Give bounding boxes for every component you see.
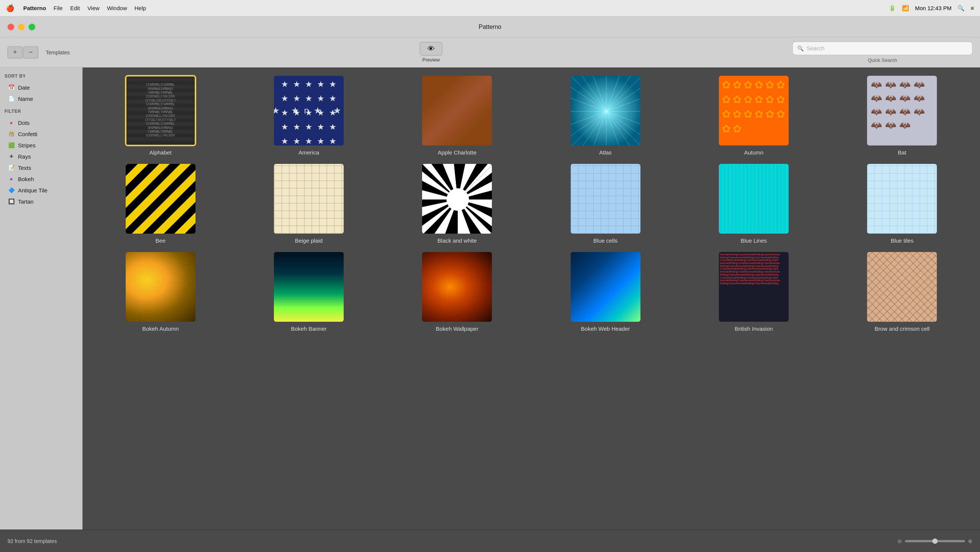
- close-button[interactable]: [8, 24, 14, 30]
- pattern-label-beige-plaid: Beige plaid: [295, 237, 323, 244]
- minimize-button[interactable]: [18, 24, 25, 30]
- sidebar-item-rays[interactable]: ☀ Rays: [5, 151, 78, 162]
- menu-file[interactable]: File: [54, 5, 63, 11]
- pattern-thumb-alphabet: STAMPMRLSTAMPMRLOHVMNH&SVMNH&SYVMPWNLYVM…: [125, 75, 196, 146]
- pattern-item-atlas[interactable]: Atlas: [535, 75, 676, 155]
- sidebar-item-name[interactable]: 📄 Name: [5, 93, 78, 104]
- system-icon-wifi: 📶: [902, 5, 909, 12]
- zoom-slider[interactable]: [905, 540, 965, 542]
- search-icon: 🔍: [797, 45, 803, 51]
- preview-button[interactable]: 👁 Preview: [420, 42, 442, 63]
- quick-search-label: Quick Search: [868, 57, 897, 63]
- name-icon: 📄: [8, 95, 15, 102]
- main-area: SORT BY 📅 Date 📄 Name FILTER ● Dots 🎊 Co…: [0, 68, 980, 530]
- sidebar-item-bokeh-label: Bokeh: [18, 176, 34, 182]
- pattern-label-blue-cells: Blue cells: [593, 237, 617, 244]
- zoom-in-icon[interactable]: ⊕: [968, 538, 972, 544]
- zoom-control: ⊖ ⊕: [897, 538, 972, 544]
- pattern-grid-container: STAMPMRLSTAMPMRLOHVMNH&SVMNH&SYVMPWNLYVM…: [83, 68, 980, 530]
- pattern-thumb-bokeh-wallpaper: [422, 251, 493, 322]
- pattern-label-america: America: [298, 149, 319, 155]
- sidebar-item-date[interactable]: 📅 Date: [5, 82, 78, 93]
- pattern-item-alphabet[interactable]: STAMPMRLSTAMPMRLOHVMNH&SVMNH&SYVMPWNLYVM…: [90, 75, 231, 155]
- pattern-item-bokeh-autumn[interactable]: Bokeh Autumn: [90, 251, 231, 332]
- sidebar: SORT BY 📅 Date 📄 Name FILTER ● Dots 🎊 Co…: [0, 68, 83, 530]
- control-center-icon[interactable]: ≡: [970, 5, 974, 11]
- pattern-item-black-and-white[interactable]: Black and white: [387, 163, 528, 244]
- pattern-thumb-beige-plaid: [273, 163, 344, 235]
- sidebar-item-dots[interactable]: ● Dots: [5, 117, 78, 128]
- add-remove-buttons: + −: [8, 46, 38, 59]
- pattern-item-blue-cells[interactable]: Blue cells: [535, 163, 676, 244]
- pattern-label-autumn: Autumn: [744, 149, 764, 155]
- pattern-label-alphabet: Alphabet: [150, 149, 172, 155]
- pattern-item-bokeh-wallpaper[interactable]: Bokeh Wallpaper: [387, 251, 528, 332]
- search-menubar-icon[interactable]: 🔍: [958, 5, 965, 12]
- rays-icon: ☀: [8, 152, 15, 160]
- pattern-thumb-autumn: ✿✿✿✿✿ ✿✿✿✿✿ ✿✿✿✿✿ ✿✿✿✿✿: [718, 75, 789, 146]
- pattern-item-autumn[interactable]: ✿✿✿✿✿ ✿✿✿✿✿ ✿✿✿✿✿ ✿✿✿✿✿ Autumn: [683, 75, 824, 155]
- sidebar-item-bokeh[interactable]: ● Bokeh: [5, 173, 78, 184]
- sidebar-item-texts[interactable]: 📝 Texts: [5, 162, 78, 173]
- search-input[interactable]: Search: [807, 45, 967, 51]
- statusbar: 92 from 92 templates ⊖ ⊕: [0, 530, 980, 552]
- pattern-label-bokeh-wallpaper: Bokeh Wallpaper: [436, 325, 478, 332]
- sidebar-item-texts-label: Texts: [18, 165, 31, 171]
- zoom-out-icon[interactable]: ⊖: [897, 538, 902, 544]
- menubar: 🍎 Patterno File Edit View Window Help 🔋 …: [0, 0, 980, 16]
- titlebar: Patterno: [0, 16, 980, 38]
- sidebar-item-antique-tile-label: Antique Tile: [18, 187, 47, 194]
- menu-edit[interactable]: Edit: [70, 5, 80, 11]
- pattern-label-bokeh-web-header: Bokeh Web Header: [581, 325, 630, 332]
- pattern-grid: STAMPMRLSTAMPMRLOHVMNH&SVMNH&SYVMPWNLYVM…: [90, 75, 972, 332]
- maximize-button[interactable]: [29, 24, 35, 30]
- pattern-label-blue-lines: Blue Lines: [741, 237, 767, 244]
- pattern-thumb-bokeh-banner: [273, 251, 344, 322]
- pattern-item-blue-tiles[interactable]: Blue tiles: [832, 163, 972, 244]
- pattern-thumb-america: ★★★★★ ★★★★★ ★★★★★ ★★★★★ ★★★★★ ★★★★★: [273, 75, 344, 146]
- pattern-thumb-bee: [125, 163, 196, 235]
- date-icon: 📅: [8, 84, 15, 91]
- status-count: 92 from 92 templates: [8, 538, 57, 544]
- pattern-item-blue-lines[interactable]: Blue Lines: [683, 163, 824, 244]
- apple-menu[interactable]: 🍎: [6, 4, 14, 13]
- pattern-item-brow-crimson[interactable]: Brow and crimson cell: [832, 251, 972, 332]
- sidebar-item-confetti[interactable]: 🎊 Confetti: [5, 128, 78, 140]
- pattern-thumb-black-and-white: [422, 163, 493, 235]
- search-box[interactable]: 🔍 Search: [792, 41, 972, 55]
- menu-app-name[interactable]: Patterno: [23, 5, 46, 11]
- pattern-thumb-blue-cells: [570, 163, 641, 235]
- pattern-label-british-invasion: British Invasion: [735, 325, 773, 332]
- pattern-thumb-british-invasion: AnimalsRollingCreamAnimalsRollingCreamAn…: [718, 251, 789, 322]
- system-icon-battery: 🔋: [889, 5, 896, 12]
- menu-view[interactable]: View: [88, 5, 99, 11]
- pattern-label-blue-tiles: Blue tiles: [891, 237, 913, 244]
- sidebar-item-antique-tile[interactable]: 🔷 Antique Tile: [5, 184, 78, 196]
- sort-by-title: SORT BY: [5, 73, 78, 79]
- menu-window[interactable]: Window: [107, 5, 127, 11]
- stripes-icon: 🟩: [8, 141, 15, 149]
- menu-help[interactable]: Help: [134, 5, 146, 11]
- templates-label: Templates: [46, 49, 70, 56]
- add-template-button[interactable]: +: [8, 46, 22, 59]
- remove-template-button[interactable]: −: [23, 46, 38, 59]
- pattern-item-apple-charlotte[interactable]: Apple Charlotte: [387, 75, 528, 155]
- confetti-icon: 🎊: [8, 130, 15, 138]
- pattern-label-black-and-white: Black and white: [438, 237, 477, 244]
- svg-point-26: [447, 188, 469, 211]
- pattern-item-british-invasion[interactable]: AnimalsRollingCreamAnimalsRollingCreamAn…: [683, 251, 824, 332]
- pattern-item-america[interactable]: ★★★★★ ★★★★★ ★★★★★ ★★★★★ ★★★★★ ★★★★★ Amer…: [238, 75, 379, 155]
- pattern-item-beige-plaid[interactable]: Beige plaid: [238, 163, 379, 244]
- pattern-item-bokeh-web-header[interactable]: Bokeh Web Header: [535, 251, 676, 332]
- toolbar: + − Templates 👁 Preview 🔍 Search Quick S…: [0, 38, 980, 68]
- window-controls: [8, 24, 35, 30]
- sidebar-item-stripes[interactable]: 🟩 Stripes: [5, 140, 78, 151]
- pattern-thumb-brow-crimson: [866, 251, 938, 322]
- pattern-label-bat: Bat: [898, 149, 907, 155]
- pattern-label-bokeh-banner: Bokeh Banner: [291, 325, 326, 332]
- sidebar-item-tartan[interactable]: 🔲 Tartan: [5, 196, 78, 207]
- pattern-item-bee[interactable]: Bee: [90, 163, 231, 244]
- pattern-item-bat[interactable]: 🦇🦇🦇🦇 🦇🦇🦇🦇 🦇🦇🦇🦇 🦇🦇🦇 Bat: [832, 75, 972, 155]
- texts-icon: 📝: [8, 164, 15, 171]
- pattern-item-bokeh-banner[interactable]: Bokeh Banner: [238, 251, 379, 332]
